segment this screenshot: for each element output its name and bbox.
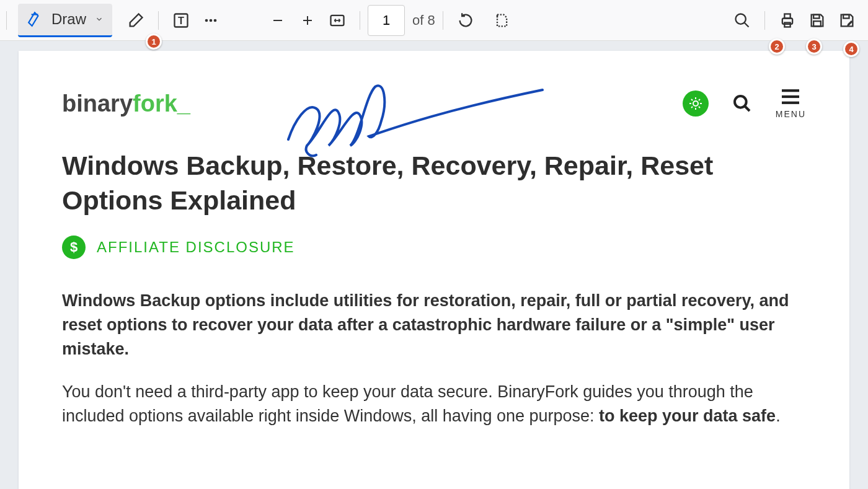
text-tool-button[interactable]: T (166, 6, 196, 35)
annotation-4: 4 (843, 41, 859, 57)
rotate-icon (457, 12, 474, 29)
affiliate-label: AFFILIATE DISCLOSURE (97, 239, 295, 256)
zoom-out-button[interactable] (263, 6, 293, 35)
svg-text:T: T (178, 14, 184, 25)
page-total-label: of 8 (412, 12, 435, 29)
fit-width-button[interactable] (322, 6, 352, 35)
body-paragraph: You don't need a third-party app to keep… (62, 380, 806, 428)
site-logo: binaryfork_ (62, 90, 190, 117)
annotation-1: 1 (146, 33, 162, 50)
print-icon (779, 12, 796, 29)
save-icon (808, 12, 826, 29)
fit-width-icon (329, 12, 346, 29)
save-as-button[interactable] (832, 6, 862, 35)
ellipsis-icon (202, 12, 219, 29)
dollar-icon: $ (62, 236, 86, 259)
svg-point-9 (736, 14, 746, 24)
menu-button[interactable]: MENU (776, 88, 806, 119)
svg-point-17 (693, 101, 698, 106)
text-icon: T (172, 12, 190, 29)
svg-point-3 (210, 19, 213, 22)
annotation-3: 3 (806, 38, 822, 55)
svg-point-2 (205, 19, 208, 22)
hamburger-icon (779, 88, 802, 105)
annotation-2: 2 (769, 38, 785, 55)
pdf-toolbar: Draw T (0, 0, 868, 41)
svg-rect-15 (813, 21, 821, 26)
gear-icon (688, 96, 703, 111)
svg-rect-12 (784, 14, 790, 18)
zoom-in-button[interactable] (293, 6, 322, 35)
minus-icon (270, 13, 285, 28)
article-title: Windows Backup, Restore, Recovery, Repai… (62, 149, 806, 218)
plus-icon (300, 13, 315, 28)
menu-label: MENU (776, 109, 806, 119)
search-icon (733, 12, 751, 29)
intro-paragraph: Windows Backup options include utilities… (62, 289, 806, 361)
print-button[interactable] (773, 6, 802, 35)
eraser-button[interactable] (121, 6, 151, 35)
svg-point-4 (214, 19, 217, 22)
site-search-icon[interactable] (732, 94, 752, 113)
page-view-icon (493, 12, 510, 29)
pdf-page: binaryfork_ (19, 51, 849, 489)
svg-rect-16 (843, 14, 849, 18)
settings-badge[interactable] (683, 90, 709, 117)
search-button[interactable] (727, 6, 757, 35)
chevron-down-icon (95, 15, 104, 24)
draw-label: Draw (51, 11, 86, 28)
page-view-button[interactable] (487, 6, 516, 35)
save-edit-icon (838, 12, 856, 29)
page-number-input[interactable] (368, 5, 405, 36)
affiliate-disclosure[interactable]: $ AFFILIATE DISCLOSURE (62, 236, 806, 259)
svg-point-18 (735, 96, 746, 108)
save-button[interactable] (802, 6, 832, 35)
more-button[interactable] (196, 6, 226, 35)
rotate-button[interactable] (451, 6, 480, 35)
pen-icon (27, 11, 43, 27)
svg-line-10 (745, 22, 749, 27)
svg-rect-14 (813, 14, 819, 18)
eraser-icon (127, 12, 144, 29)
draw-tool-button[interactable]: Draw (18, 4, 112, 37)
page-viewport: binaryfork_ (0, 41, 868, 489)
svg-line-19 (745, 106, 750, 111)
